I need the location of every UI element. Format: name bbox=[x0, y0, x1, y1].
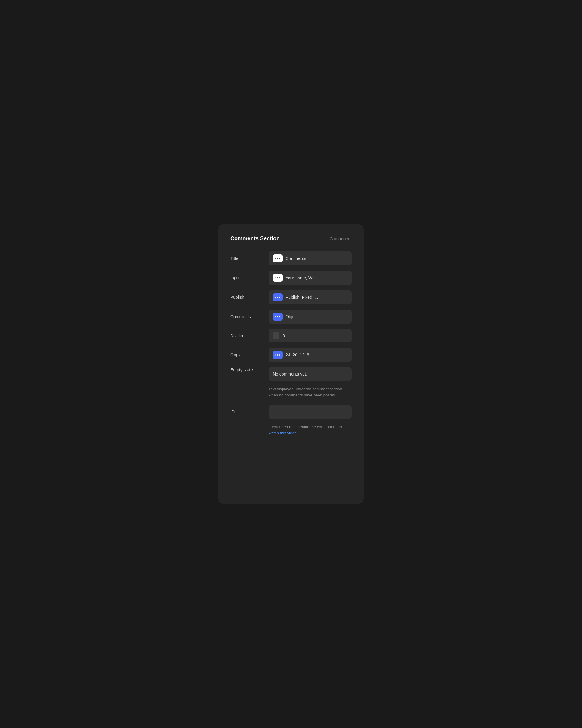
input-value-text: Your name, Wri... bbox=[285, 276, 318, 280]
dot2 bbox=[277, 354, 278, 356]
dot2 bbox=[277, 297, 278, 298]
id-row: ID bbox=[230, 405, 352, 419]
gaps-value-text: 24, 20, 12, 8 bbox=[285, 353, 309, 357]
empty-state-label: Empty state bbox=[230, 367, 264, 372]
title-label: Title bbox=[230, 256, 264, 261]
input-label: Input bbox=[230, 276, 264, 280]
dot3 bbox=[279, 354, 280, 356]
publish-row: Publish Publish, Fixed, ... bbox=[230, 290, 352, 304]
comments-badge[interactable] bbox=[273, 313, 282, 321]
dot3 bbox=[279, 258, 280, 259]
comments-label: Comments bbox=[230, 314, 264, 319]
dot2 bbox=[277, 277, 278, 279]
id-helper: If you need help setting the component u… bbox=[269, 424, 352, 436]
empty-state-helper: Text displayed under the comment section… bbox=[269, 386, 352, 398]
comments-value-container[interactable]: Object bbox=[269, 310, 352, 324]
dot2 bbox=[277, 258, 278, 259]
title-row: Title Comments bbox=[230, 252, 352, 265]
comments-value-text: Object bbox=[285, 314, 298, 319]
empty-state-value: No comments yet. bbox=[273, 371, 307, 376]
dot2 bbox=[277, 316, 278, 317]
panel-type: Component bbox=[330, 236, 352, 241]
divider-label: Divider bbox=[230, 333, 264, 338]
gaps-value-container[interactable]: 24, 20, 12, 8 bbox=[269, 348, 352, 362]
dot3 bbox=[279, 316, 280, 317]
id-helper-prefix: If you need help setting the component u… bbox=[269, 425, 342, 429]
gaps-row: Gaps 24, 20, 12, 8 bbox=[230, 348, 352, 362]
id-label: ID bbox=[230, 410, 264, 414]
id-helper-suffix: . bbox=[298, 431, 299, 435]
panel-title: Comments Section bbox=[230, 235, 280, 242]
input-badge[interactable] bbox=[273, 274, 282, 282]
comments-section-panel: Comments Section Component Title Comment… bbox=[218, 225, 364, 503]
title-badge[interactable] bbox=[273, 255, 282, 262]
dot3 bbox=[279, 297, 280, 298]
publish-value-text: Publish, Fixed, ... bbox=[285, 295, 318, 300]
dot1 bbox=[275, 258, 276, 259]
watch-video-link[interactable]: watch this video bbox=[269, 431, 297, 435]
input-value-container[interactable]: Your name, Wri... bbox=[269, 271, 352, 285]
id-input[interactable] bbox=[269, 405, 352, 419]
divider-checkbox[interactable] bbox=[273, 333, 279, 339]
empty-state-input[interactable]: No comments yet. bbox=[269, 367, 352, 381]
divider-row: Divider 6 bbox=[230, 329, 352, 342]
title-value-container[interactable]: Comments bbox=[269, 252, 352, 265]
publish-value-container[interactable]: Publish, Fixed, ... bbox=[269, 290, 352, 304]
title-value-text: Comments bbox=[285, 256, 306, 261]
divider-value-text: 6 bbox=[282, 333, 285, 338]
panel-header: Comments Section Component bbox=[230, 235, 352, 242]
dot1 bbox=[275, 277, 276, 279]
publish-label: Publish bbox=[230, 295, 264, 300]
publish-badge[interactable] bbox=[273, 293, 282, 301]
input-row: Input Your name, Wri... bbox=[230, 271, 352, 285]
comments-row: Comments Object bbox=[230, 310, 352, 324]
empty-state-row: Empty state No comments yet. bbox=[230, 367, 352, 381]
gaps-label: Gaps bbox=[230, 353, 264, 357]
dot1 bbox=[275, 354, 276, 356]
divider-value-container[interactable]: 6 bbox=[269, 329, 352, 342]
gaps-badge[interactable] bbox=[273, 351, 282, 359]
dot3 bbox=[279, 277, 280, 279]
dot1 bbox=[275, 316, 276, 317]
dot1 bbox=[275, 297, 276, 298]
